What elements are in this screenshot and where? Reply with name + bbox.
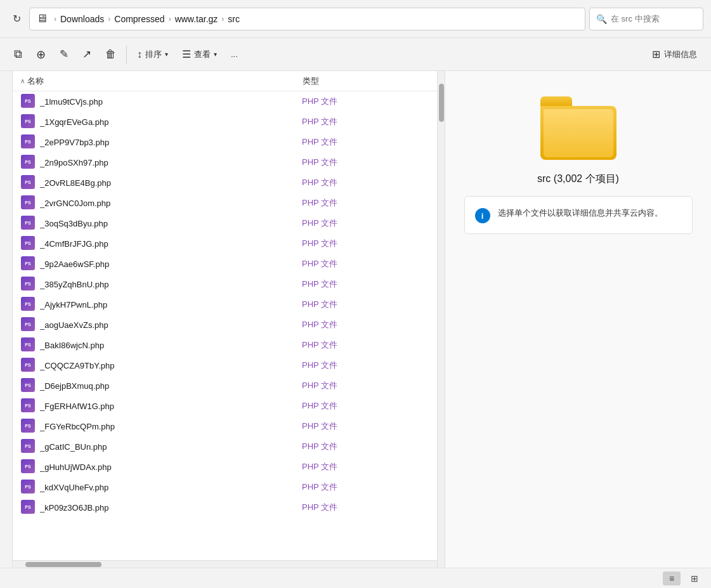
view-button[interactable]: ☰ 查看 ▾ (176, 43, 223, 66)
php-file-icon: PS (21, 439, 36, 454)
toolbar-separator (126, 46, 127, 63)
file-name: _gHuhUjWDAx.php (40, 462, 302, 472)
file-list-area: ∧ 名称 类型 PS_1lmu9tCVjs.phpPHP 文件PS_1XgqrE… (13, 71, 437, 568)
table-row[interactable]: PS_1XgqrEVeGa.phpPHP 文件 (13, 112, 437, 132)
more-label: ... (231, 49, 238, 59)
php-file-icon: PS (21, 500, 36, 515)
breadcrumb-compressed[interactable]: Compressed (114, 14, 164, 24)
hint-text: 选择单个文件以获取详细信息并共享云内容。 (498, 207, 663, 220)
php-file-icon: PS (21, 297, 36, 312)
folder-body (540, 106, 616, 160)
status-bar: ≡ ⊞ (0, 568, 711, 588)
file-type: PHP 文件 (302, 157, 429, 168)
vertical-scrollbar[interactable] (437, 71, 445, 568)
table-row[interactable]: PS_AjykH7PwnL.phpPHP 文件 (13, 294, 437, 315)
share-button[interactable]: ↗ (76, 43, 98, 66)
h-scrollbar-thumb (25, 562, 101, 567)
table-row[interactable]: PS_FgERHAfW1G.phpPHP 文件 (13, 396, 437, 416)
breadcrumb-sep-1: › (108, 15, 110, 23)
table-row[interactable]: PS_BakI86wjcN.phpPHP 文件 (13, 335, 437, 355)
col-name-header[interactable]: ∧ 名称 (20, 75, 303, 87)
sort-button[interactable]: ↕ 排序 ▾ (131, 43, 174, 66)
file-name: _gCatIC_BUn.php (40, 442, 302, 452)
table-row[interactable]: PS_1lmu9tCVjs.phpPHP 文件 (13, 91, 437, 112)
table-row[interactable]: PS_gHuhUjWDAx.phpPHP 文件 (13, 457, 437, 477)
table-row[interactable]: PS_D6ejpBXmuq.phpPHP 文件 (13, 376, 437, 396)
php-file-icon: PS (21, 155, 36, 170)
table-row[interactable]: PS_2OvRL8E4Bg.phpPHP 文件 (13, 173, 437, 193)
breadcrumb-downloads[interactable]: Downloads (60, 14, 104, 24)
breadcrumb-targz[interactable]: www.tar.gz (175, 14, 218, 24)
refresh-button[interactable]: ↻ (8, 10, 25, 28)
sort-icon: ↕ (137, 49, 142, 60)
folder-hint: i 选择单个文件以获取详细信息并共享云内容。 (464, 196, 693, 234)
php-file-icon: PS (21, 378, 36, 393)
file-type: PHP 文件 (302, 400, 429, 412)
folder-icon (540, 96, 616, 160)
file-list[interactable]: PS_1lmu9tCVjs.phpPHP 文件PS_1XgqrEVeGa.php… (13, 91, 437, 560)
toolbar: ⧉ ⊕ ✎ ↗ 🗑 ↕ 排序 ▾ ☰ 查看 ▾ ... ⊞ 详细信息 (0, 38, 711, 71)
list-view-icon: ≡ (669, 573, 674, 584)
nav-bar: ↻ 🖥 › Downloads › Compressed › www.tar.g… (0, 0, 711, 38)
sort-label: 排序 (145, 49, 162, 60)
table-row[interactable]: PS_9p2Aae6wSF.phpPHP 文件 (13, 254, 437, 274)
detail-pane-button[interactable]: ⊞ 详细信息 (646, 43, 703, 66)
folder-info: src (3,002 个项目) i 选择单个文件以获取详细信息并共享云内容。 (464, 173, 693, 234)
table-row[interactable]: PS_2vrGNC0Jom.phpPHP 文件 (13, 193, 437, 213)
detail-panel: src (3,002 个项目) i 选择单个文件以获取详细信息并共享云内容。 (445, 71, 711, 568)
toolbar-right: ⊞ 详细信息 (646, 43, 703, 66)
search-input[interactable] (611, 14, 696, 23)
table-row[interactable]: PS_385yZqhBnU.phpPHP 文件 (13, 274, 437, 294)
table-row[interactable]: PS_3oqSq3dByu.phpPHP 文件 (13, 213, 437, 233)
list-view-button[interactable]: ≡ (663, 572, 681, 585)
share-icon: ↗ (82, 48, 91, 61)
copy-button[interactable]: ⧉ (8, 43, 29, 66)
file-type: PHP 文件 (302, 481, 429, 493)
file-name: _3oqSq3dByu.php (40, 219, 302, 228)
table-row[interactable]: PS_kdXVqUheFv.phpPHP 文件 (13, 477, 437, 497)
search-box[interactable]: 🔍 (589, 8, 703, 30)
table-row[interactable]: PS_aogUaeXvZs.phpPHP 文件 (13, 315, 437, 335)
file-name: _D6ejpBXmuq.php (40, 381, 302, 391)
file-name: _FGYeRbcQPm.php (40, 422, 302, 431)
paste-button[interactable]: ⊕ (30, 43, 52, 66)
view-label: 查看 (194, 49, 211, 60)
table-row[interactable]: PS_4CmfBrJFJG.phpPHP 文件 (13, 233, 437, 254)
col-type-header: 类型 (303, 75, 429, 87)
file-name: _CQQCZA9TbY.php (40, 361, 302, 370)
rename-icon: ✎ (60, 48, 68, 61)
breadcrumb-sep-0: › (54, 15, 56, 23)
breadcrumb-src[interactable]: src (228, 14, 240, 24)
file-name: _2ePP9V7bp3.php (40, 138, 302, 147)
copy-icon: ⧉ (14, 48, 22, 61)
sort-up-arrow: ∧ (20, 77, 25, 84)
file-type: PHP 文件 (302, 461, 429, 473)
grid-view-button[interactable]: ⊞ (686, 572, 703, 585)
file-type: PHP 文件 (302, 218, 429, 229)
computer-icon: 🖥 (36, 12, 48, 25)
horizontal-scrollbar[interactable] (13, 560, 437, 568)
file-type: PHP 文件 (302, 502, 429, 513)
delete-button[interactable]: 🗑 (99, 43, 122, 66)
table-row[interactable]: PS_2ePP9V7bp3.phpPHP 文件 (13, 132, 437, 152)
search-icon: 🔍 (596, 14, 607, 24)
file-name: _1lmu9tCVjs.php (40, 97, 302, 107)
folder-title: src (3,002 个项目) (464, 173, 693, 186)
rename-button[interactable]: ✎ (53, 43, 75, 66)
col-type-label: 类型 (303, 76, 319, 86)
more-button[interactable]: ... (225, 43, 244, 66)
table-row[interactable]: PS_2n9poSXh97.phpPHP 文件 (13, 152, 437, 173)
file-name: _1XgqrEVeGa.php (40, 117, 302, 127)
php-file-icon: PS (21, 134, 36, 150)
file-type: PHP 文件 (302, 238, 429, 249)
table-row[interactable]: PS_kP09z3O6JB.phpPHP 文件 (13, 497, 437, 518)
table-row[interactable]: PS_gCatIC_BUn.phpPHP 文件 (13, 436, 437, 457)
table-row[interactable]: PS_FGYeRbcQPm.phpPHP 文件 (13, 416, 437, 436)
file-name: _2vrGNC0Jom.php (40, 199, 302, 208)
file-list-header: ∧ 名称 类型 (13, 71, 437, 91)
view-icon: ☰ (182, 48, 191, 60)
table-row[interactable]: PS_CQQCZA9TbY.phpPHP 文件 (13, 355, 437, 376)
php-file-icon: PS (21, 216, 36, 231)
col-name-label: 名称 (27, 75, 44, 87)
detail-pane-icon: ⊞ (652, 48, 660, 60)
